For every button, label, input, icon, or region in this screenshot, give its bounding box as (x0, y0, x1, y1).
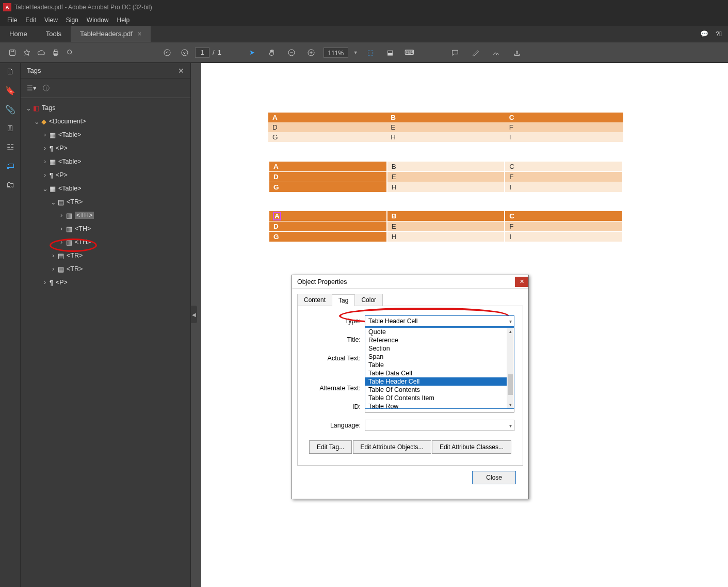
document-viewport[interactable]: ◀ ABC DEF GHI ABC DEF GHI ABC DEF GHI (191, 63, 728, 587)
option-table[interactable]: Table (365, 361, 514, 369)
layers-icon[interactable]: 🗂 (6, 180, 14, 189)
panel-collapse-handle[interactable]: ◀ (191, 306, 197, 323)
option-table-data-cell[interactable]: Table Data Cell (365, 369, 514, 377)
attachments-icon[interactable]: 📎 (5, 105, 15, 115)
tree-th-1[interactable]: ›▥<TH> (23, 209, 188, 222)
tree-tr-3[interactable]: ›▤<TR> (23, 262, 188, 276)
chat-icon[interactable]: 💬 (700, 30, 708, 38)
edit-attr-classes-button[interactable]: Edit Attribute Classes... (432, 440, 511, 454)
menu-edit[interactable]: Edit (21, 17, 40, 24)
dialog-tabs: Content Tag Color (297, 294, 523, 306)
edit-attr-objects-button[interactable]: Edit Attribute Objects... (353, 440, 431, 454)
sign-icon[interactable] (489, 45, 504, 60)
app-icon: A (3, 3, 11, 11)
fit-page-icon[interactable]: ⬓ (383, 45, 397, 60)
read-mode-icon[interactable]: ⌨ (402, 45, 417, 60)
page-number-input[interactable] (195, 47, 209, 58)
panel-options-icon[interactable]: ☰▾ (27, 84, 37, 92)
help-icon[interactable]: ?⃝ (716, 30, 722, 38)
search-icon[interactable] (63, 45, 77, 60)
tags-icon[interactable]: 🏷 (6, 162, 14, 171)
page-total: 1 (218, 49, 221, 56)
menu-help[interactable]: Help (113, 17, 134, 24)
tab-document-label: TableHeaders.pdf (80, 30, 133, 38)
tree-tr-2[interactable]: ›▤<TR> (23, 249, 188, 262)
fit-width-icon[interactable]: ⬚ (363, 45, 378, 60)
label-id: ID: (306, 403, 361, 410)
select-tool-icon[interactable]: ➤ (245, 45, 260, 60)
menu-sign[interactable]: Sign (62, 17, 83, 24)
menu-file[interactable]: File (3, 17, 21, 24)
tab-tag[interactable]: Tag (332, 294, 355, 306)
edit-tag-button[interactable]: Edit Tag... (309, 440, 352, 454)
page-up-icon[interactable] (160, 45, 174, 60)
tab-color[interactable]: Color (354, 294, 383, 306)
panel-info-icon[interactable]: ⓘ (43, 84, 50, 93)
tab-document[interactable]: TableHeaders.pdf × (71, 26, 151, 42)
dialog-close-button[interactable]: ✕ (515, 277, 528, 287)
zoom-out-icon[interactable] (284, 45, 299, 60)
cloud-icon[interactable] (34, 45, 48, 60)
tree-p-3[interactable]: ›¶<P> (23, 276, 188, 289)
zoom-value[interactable]: 111% (323, 47, 348, 58)
menu-view[interactable]: View (40, 17, 62, 24)
tab-row: Home Tools TableHeaders.pdf × 💬 ?⃝ (0, 26, 728, 42)
tree-th-2[interactable]: ›▥<TH> (23, 222, 188, 235)
close-button[interactable]: Close (472, 471, 516, 484)
option-table-row[interactable]: Table Row (365, 402, 514, 409)
label-actual-text: Actual Text: (306, 355, 361, 362)
stamp-icon[interactable] (510, 45, 524, 60)
option-table-header-cell[interactable]: Table Header Cell (365, 377, 514, 386)
dialog-title: Object Properties (297, 278, 347, 285)
order-icon[interactable]: ☳ (7, 142, 14, 152)
svg-point-6 (182, 50, 188, 56)
option-reference[interactable]: Reference (365, 336, 514, 344)
tree-root[interactable]: ⌄◧Tags (23, 101, 188, 115)
menu-window[interactable]: Window (83, 17, 113, 24)
panel-title: Tags (27, 67, 41, 74)
label-title: Title: (306, 336, 361, 343)
tree-th-3[interactable]: ›▥<TH> (23, 235, 188, 249)
save-icon[interactable] (5, 45, 20, 60)
menu-bar: File Edit View Sign Window Help (0, 14, 728, 26)
table-3: ABC DEF GHI (268, 211, 623, 242)
bookmarks-icon[interactable]: 🔖 (5, 86, 15, 96)
option-span[interactable]: Span (365, 353, 514, 361)
left-rail: 🗎 🔖 📎 🗏 ☳ 🏷 🗂 (0, 63, 21, 587)
panel-close-icon[interactable]: ✕ (178, 67, 184, 75)
toolbar: / 1 ➤ 111% ▼ ⬚ ⬓ ⌨ (0, 42, 728, 63)
tree-table-2[interactable]: ›▦<Table> (23, 155, 188, 168)
page-down-icon[interactable] (177, 45, 192, 60)
table-1: ABC DEF GHI (268, 113, 623, 142)
tab-content[interactable]: Content (297, 294, 332, 306)
language-combobox[interactable]: ▾ (365, 420, 514, 431)
content-icon[interactable]: 🗏 (6, 124, 14, 133)
tab-home[interactable]: Home (0, 26, 37, 42)
tab-tools[interactable]: Tools (37, 26, 71, 42)
tree-document[interactable]: ⌄◆<Document> (23, 115, 188, 128)
dropdown-scrollbar[interactable]: ▴▾ (507, 328, 514, 408)
hand-tool-icon[interactable] (265, 45, 279, 60)
zoom-in-icon[interactable] (304, 45, 318, 60)
option-toc-item[interactable]: Table Of Contents Item (365, 394, 514, 402)
star-icon[interactable] (20, 45, 34, 60)
thumbnails-icon[interactable]: 🗎 (6, 67, 14, 76)
tree-table-3[interactable]: ⌄▦<Table> (23, 182, 188, 195)
tree-p-2[interactable]: ›¶<P> (23, 168, 188, 182)
label-language: Language: (306, 422, 361, 429)
option-toc[interactable]: Table Of Contents (365, 386, 514, 394)
print-icon[interactable] (48, 45, 63, 60)
svg-point-5 (164, 50, 170, 56)
tree-tr-1[interactable]: ⌄▤<TR> (23, 195, 188, 209)
option-section[interactable]: Section (365, 344, 514, 353)
option-quote[interactable]: Quote (365, 328, 514, 336)
window-title: TableHeaders.pdf - Adobe Acrobat Pro DC … (14, 4, 152, 11)
tree-p-1[interactable]: ›¶<P> (23, 141, 188, 155)
type-combobox[interactable]: Table Header Cell ▾ (365, 315, 514, 327)
highlight-icon[interactable] (468, 45, 483, 60)
zoom-dropdown-icon[interactable]: ▼ (353, 50, 358, 55)
tree-table-1[interactable]: ›▦<Table> (23, 128, 188, 141)
label-alt-text: Alternate Text: (306, 385, 361, 392)
close-icon[interactable]: × (138, 30, 141, 38)
comment-icon[interactable] (448, 45, 462, 60)
